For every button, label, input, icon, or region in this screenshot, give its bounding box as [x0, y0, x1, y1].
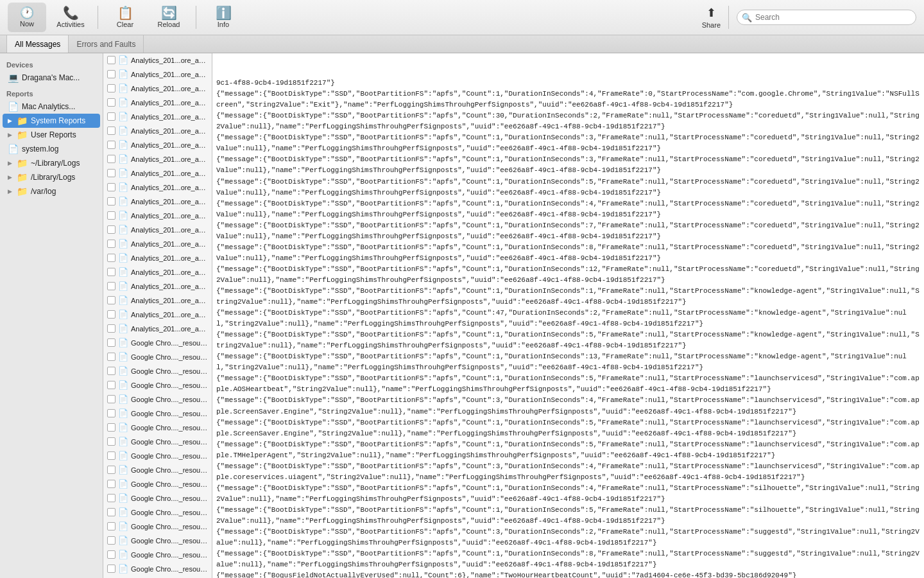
file-checkbox[interactable] — [107, 522, 116, 530]
file-item[interactable]: 📄Google Chro...._resource.diag — [103, 548, 212, 562]
file-name-label: Analytics_201...ore_analytics — [131, 212, 208, 220]
file-item[interactable]: 📄Analytics_201...ore_analytics — [103, 180, 212, 195]
now-button[interactable]: 🕐 Now — [8, 3, 46, 32]
file-item[interactable]: 📄Google Chro...._resource.diag — [103, 407, 212, 421]
content-line: {"message":{"BootDiskType":"SSD","BootPa… — [216, 373, 920, 395]
file-checkbox[interactable] — [107, 98, 116, 107]
clear-button[interactable]: 📋 Clear — [106, 3, 144, 32]
file-checkbox[interactable] — [107, 381, 116, 389]
file-item[interactable]: 📄Analytics_201...ore_analytics — [103, 237, 212, 251]
file-item[interactable]: 📄Google Chro...._resource.diag — [103, 435, 212, 449]
file-item[interactable]: 📄Google Chro...._resource.diag — [103, 350, 212, 364]
reload-button[interactable]: 🔄 Reload — [150, 3, 188, 32]
file-checkbox[interactable] — [107, 254, 116, 262]
file-item[interactable]: 📄Analytics_201...ore_analytics — [103, 322, 212, 336]
file-item[interactable]: 📄Analytics_201...ore_analytics — [103, 124, 212, 138]
sidebar-item-draganas-mac[interactable]: 💻 Dragana's Mac... — [3, 71, 100, 85]
file-item[interactable]: 📄Analytics_201...ore_analytics — [103, 223, 212, 237]
file-checkbox[interactable] — [107, 268, 116, 276]
info-button[interactable]: ℹ️ Info — [204, 3, 243, 32]
file-checkbox[interactable] — [107, 282, 116, 290]
file-name-label: Google Chro...._resource.diag — [131, 339, 208, 347]
file-item[interactable]: 📄Analytics_201...ore_analytics — [103, 110, 212, 124]
file-checkbox[interactable] — [107, 56, 116, 64]
file-checkbox[interactable] — [107, 565, 116, 573]
file-item[interactable]: 📄Google Chro...._resource.diag — [103, 378, 212, 392]
sidebar-item-system-log[interactable]: 📄 system.log — [3, 142, 100, 156]
file-item[interactable]: 📄Google Chro...._resource.diag — [103, 491, 212, 505]
file-checkbox[interactable] — [107, 494, 116, 502]
file-checkbox[interactable] — [107, 169, 116, 177]
file-item[interactable]: 📄Google Chro...._resource.diag — [103, 364, 212, 378]
file-item[interactable]: 📄Analytics_201...ore_analytics — [103, 265, 212, 279]
file-icon-system-log: 📄 — [8, 144, 19, 154]
file-checkbox[interactable] — [107, 451, 116, 460]
share-button[interactable]: ⬆ Share — [702, 6, 721, 29]
file-item[interactable]: 📄Google Chro...._resource.diag — [103, 336, 212, 350]
file-item[interactable]: 📄Google Chro...._resource.diag — [103, 449, 212, 463]
file-item[interactable]: 📄Analytics_201...ore_analytics — [103, 96, 212, 110]
file-item[interactable]: 📄Analytics_201...ore_analytics — [103, 138, 212, 152]
file-item[interactable]: 📄Google Chro...._resource.diag — [103, 520, 212, 534]
content-area[interactable]: 9c1-4f88-9cb4-19d1851f2217"}{"message":{… — [212, 53, 924, 578]
file-checkbox[interactable] — [107, 367, 116, 375]
file-checkbox[interactable] — [107, 550, 116, 559]
file-checkbox[interactable] — [107, 70, 116, 78]
sidebar-item-mac-analytics[interactable]: 📄 Mac Analytics... — [3, 100, 100, 114]
file-checkbox[interactable] — [107, 112, 116, 121]
file-item[interactable]: 📄Analytics_201...ore_analytics — [103, 279, 212, 293]
file-checkbox[interactable] — [107, 437, 116, 446]
file-item[interactable]: 📄Google Chro...._resource.diag — [103, 421, 212, 435]
file-checkbox[interactable] — [107, 353, 116, 361]
file-checkbox[interactable] — [107, 423, 116, 432]
file-checkbox[interactable] — [107, 536, 116, 545]
file-item[interactable]: 📄Analytics_201...ore_analytics — [103, 53, 212, 67]
sidebar-item-var-log[interactable]: 📁 /var/log — [3, 184, 100, 198]
file-checkbox[interactable] — [107, 127, 116, 135]
file-checkbox[interactable] — [107, 409, 116, 417]
tab-all-messages[interactable]: All Messages — [6, 35, 69, 53]
sidebar-item-library-logs-user[interactable]: 📁 ~/Library/Logs — [3, 156, 100, 170]
file-item[interactable]: 📄Analytics_201...ore_analytics — [103, 293, 212, 308]
file-item[interactable]: 📄Analytics_201...ore_analytics — [103, 82, 212, 96]
sidebar-item-system-reports[interactable]: 📁 System Reports — [3, 114, 100, 128]
devices-section-label: Devices — [0, 56, 103, 71]
file-item[interactable]: 📄Google Chro...._resource.diag — [103, 392, 212, 407]
file-checkbox[interactable] — [107, 338, 116, 347]
file-item[interactable]: 📄Analytics_201...ore_analytics — [103, 67, 212, 82]
file-item[interactable]: 📄Analytics_201...ore_analytics — [103, 166, 212, 180]
file-item[interactable]: 📄Analytics_201...ore_analytics — [103, 195, 212, 209]
file-checkbox[interactable] — [107, 310, 116, 319]
file-checkbox[interactable] — [107, 466, 116, 474]
tab-errors-faults[interactable]: Errors and Faults — [69, 35, 144, 53]
file-item[interactable]: 📄Analytics_201...ore_analytics — [103, 251, 212, 265]
file-checkbox[interactable] — [107, 183, 116, 191]
file-checkbox[interactable] — [107, 225, 116, 234]
file-item[interactable]: 📄Google Chro...._resource.diag — [103, 534, 212, 548]
file-item[interactable]: 📄Analytics_201...ore_analytics — [103, 308, 212, 322]
file-checkbox[interactable] — [107, 240, 116, 248]
file-item[interactable]: 📄Google Chro...._resource.diag — [103, 477, 212, 491]
file-checkbox[interactable] — [107, 141, 116, 149]
activities-button[interactable]: 📞 Activities — [51, 3, 90, 32]
file-item[interactable]: 📄Google Chro...._resource.diag — [103, 463, 212, 477]
sidebar-item-library-logs-sys[interactable]: 📁 /Library/Logs — [3, 170, 100, 184]
file-item[interactable]: 📄Google Chro...._resource.diag — [103, 505, 212, 520]
file-checkbox[interactable] — [107, 155, 116, 163]
file-item[interactable]: 📄Google Chro...._resource.diag — [103, 562, 212, 576]
file-checkbox[interactable] — [107, 480, 116, 488]
sidebar-item-label-system-log: system.log — [22, 144, 58, 153]
file-item[interactable]: 📄Analytics_201...ore_analytics — [103, 209, 212, 223]
search-input[interactable] — [737, 10, 916, 25]
file-checkbox[interactable] — [107, 324, 116, 333]
file-checkbox[interactable] — [107, 197, 116, 206]
disclosure-icon-user-reports — [8, 132, 12, 138]
file-checkbox[interactable] — [107, 211, 116, 220]
file-item[interactable]: 📄Analytics_201...ore_analytics — [103, 152, 212, 166]
sidebar-item-user-reports[interactable]: 📁 User Reports — [3, 128, 100, 142]
file-doc-icon: 📄 — [118, 408, 128, 418]
file-checkbox[interactable] — [107, 84, 116, 92]
file-checkbox[interactable] — [107, 296, 116, 304]
file-checkbox[interactable] — [107, 508, 116, 516]
file-checkbox[interactable] — [107, 395, 116, 403]
